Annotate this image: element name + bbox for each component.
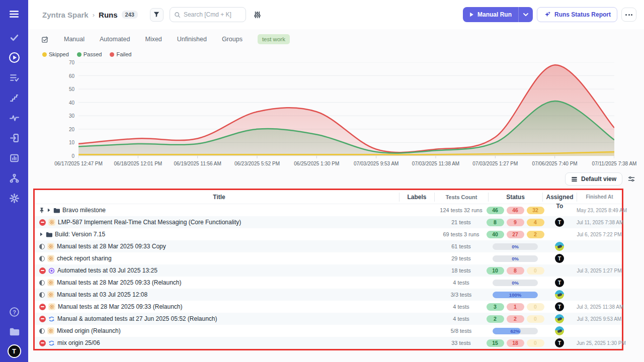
table-row[interactable]: Bravo milestone124 tests 32 runs464632Ma… — [35, 204, 622, 216]
sign-in-icon[interactable] — [0, 128, 28, 148]
cell-tests-count: 69 tests 3 runs — [434, 231, 488, 237]
user-avatar[interactable]: T — [0, 342, 28, 362]
cell-assigned-to — [542, 314, 577, 323]
legend-item-passed[interactable]: Passed — [77, 51, 102, 57]
search-settings-icon[interactable] — [253, 11, 262, 19]
run-title[interactable]: LMP-587 Implement Real-Time Chat Messagi… — [58, 219, 241, 226]
shared-steps-icon[interactable] — [0, 67, 28, 87]
run-title[interactable]: Manual tests at 28 Mar 2025 09:33 (Relau… — [57, 279, 181, 286]
cell-assigned-to: T — [542, 302, 577, 311]
cell-status: 0% — [488, 255, 542, 262]
cell-status: 62% — [488, 328, 542, 334]
table-row[interactable]: Automated tests at 03 Jul 2025 13:2518 t… — [35, 264, 622, 277]
table-row[interactable]: Build: Version 7.1569 tests 3 runs40272J… — [35, 228, 622, 240]
progress-percent-label: 62% — [493, 328, 538, 334]
legend-item-failed[interactable]: Failed — [110, 51, 131, 57]
tab-automated[interactable]: Automated — [100, 36, 130, 43]
run-title[interactable]: Manual tests at 03 Jul 2025 12:08 — [57, 291, 147, 298]
table-settings-icon[interactable] — [627, 175, 635, 183]
cell-finished-at: Jul 3, 2025 1:27 PM — [577, 268, 622, 274]
assignee-avatar[interactable] — [555, 290, 564, 299]
tab-unfinished[interactable]: Unfinished — [177, 36, 207, 43]
run-title[interactable]: Build: Version 7.15 — [55, 231, 105, 238]
breadcrumb-page: Runs — [99, 11, 118, 19]
select-runs-icon[interactable] — [41, 36, 49, 43]
cell-status: 1080 — [488, 267, 542, 275]
assignee-avatar[interactable]: T — [555, 338, 564, 347]
assignee-avatar[interactable]: T — [555, 302, 564, 311]
run-title[interactable]: Mixed origin (Relaunch) — [57, 327, 121, 334]
cell-tests-count: 21 tests — [434, 219, 488, 225]
assignee-avatar[interactable]: T — [555, 278, 564, 287]
table-row[interactable]: LMP-587 Implement Real-Time Chat Messagi… — [35, 216, 622, 228]
run-title[interactable]: Manual tests at 28 Mar 2025 09:33 (Relau… — [58, 303, 182, 310]
run-title[interactable]: Manual tests at 28 Mar 2025 09:33 Copy — [57, 243, 166, 250]
quick-filters: ManualAutomatedMixedUnfinishedGroups tes… — [28, 29, 644, 46]
column-header-labels[interactable]: Labels — [399, 193, 434, 202]
table-row[interactable]: Manual & automated tests at 27 Jun 2025 … — [35, 313, 622, 325]
settings-icon[interactable] — [0, 188, 28, 208]
table-row[interactable]: Manual tests at 28 Mar 2025 09:33 (Relau… — [35, 277, 622, 289]
skipped-count-badge: 2 — [527, 231, 544, 238]
assignee-avatar[interactable]: T — [555, 254, 564, 263]
run-title[interactable]: mix origin 25/06 — [57, 339, 100, 346]
table-row[interactable]: mix origin 25/0633 tests15180TJun 25, 20… — [35, 337, 622, 349]
legend-item-skipped[interactable]: Skipped — [42, 51, 69, 57]
assignee-avatar[interactable] — [555, 242, 564, 251]
column-header-tests-count[interactable]: Tests Count — [434, 193, 488, 202]
skipped-count-badge: 0 — [527, 303, 544, 311]
run-title[interactable]: Manual & automated tests at 27 Jun 2025 … — [57, 315, 217, 322]
expand-chevron-icon[interactable] — [39, 232, 43, 236]
help-icon[interactable]: ? — [0, 302, 28, 322]
filter-button[interactable] — [150, 8, 164, 22]
manual-run-button[interactable]: Manual Run — [463, 11, 518, 18]
skipped-count-badge: 32 — [527, 207, 544, 214]
search-box[interactable] — [170, 7, 246, 22]
defects-icon[interactable] — [0, 108, 28, 128]
more-options-button[interactable] — [621, 8, 636, 22]
table-row[interactable]: Manual tests at 28 Mar 2025 09:33 (Relau… — [35, 301, 622, 313]
assignee-avatar[interactable]: T — [555, 218, 564, 227]
table-row[interactable]: Mixed origin (Relaunch)5/8 tests62% — [35, 325, 622, 337]
assignee-avatar[interactable] — [555, 326, 564, 335]
expand-chevron-icon[interactable] — [47, 208, 51, 212]
breadcrumb-project[interactable]: Zyntra Spark — [42, 11, 89, 19]
run-title[interactable]: check report sharing — [57, 255, 112, 262]
column-header-finished-at[interactable]: Finished At — [577, 193, 622, 202]
column-header-title[interactable]: Title — [35, 193, 399, 202]
status-badges: 464632 — [487, 207, 544, 214]
run-title[interactable]: Automated tests at 03 Jul 2025 13:25 — [57, 267, 157, 274]
cell-status: 310 — [488, 303, 542, 311]
projects-icon[interactable] — [0, 322, 28, 342]
progress-bar: 62% — [493, 328, 538, 334]
test-cases-icon[interactable] — [0, 27, 28, 47]
menu-icon[interactable] — [0, 4, 28, 24]
cell-title: Manual tests at 03 Jul 2025 12:08 — [35, 291, 399, 298]
integrations-icon[interactable] — [0, 168, 28, 188]
play-icon — [469, 12, 474, 17]
table-row[interactable]: check report sharing29 tests0%T — [35, 252, 622, 264]
run-title[interactable]: Bravo milestone — [62, 207, 106, 214]
manual-run-dropdown-button[interactable] — [519, 13, 533, 17]
column-header-status[interactable]: Status — [488, 193, 542, 202]
table-row[interactable]: Manual tests at 03 Jul 2025 12:083/3 tes… — [35, 289, 622, 301]
tab-groups[interactable]: Groups — [222, 36, 243, 43]
tab-mixed[interactable]: Mixed — [145, 36, 162, 43]
cell-title: Build: Version 7.15 — [35, 231, 399, 238]
mixed-run-type-icon — [48, 316, 55, 322]
y-axis-tick-label: 0 — [61, 153, 74, 159]
column-header-assigned-to[interactable]: Assigned To — [542, 193, 577, 202]
cell-status: 100% — [488, 292, 542, 298]
search-input[interactable] — [184, 11, 239, 18]
x-axis-tick-label: 07/06/2025 7:40 PM — [532, 161, 578, 166]
tab-manual[interactable]: Manual — [64, 36, 85, 43]
runs-icon[interactable] — [0, 47, 28, 67]
progress-bar: 0% — [493, 280, 538, 286]
filter-chip-test-work[interactable]: test work — [258, 34, 290, 44]
default-view-button[interactable]: Default view — [565, 172, 622, 186]
runs-status-report-button[interactable]: Runs Status Report — [537, 7, 617, 22]
reports-icon[interactable] — [0, 148, 28, 168]
milestones-icon[interactable] — [0, 87, 28, 108]
table-row[interactable]: Manual tests at 28 Mar 2025 09:33 Copy61… — [35, 240, 622, 252]
assignee-avatar[interactable] — [555, 314, 564, 323]
